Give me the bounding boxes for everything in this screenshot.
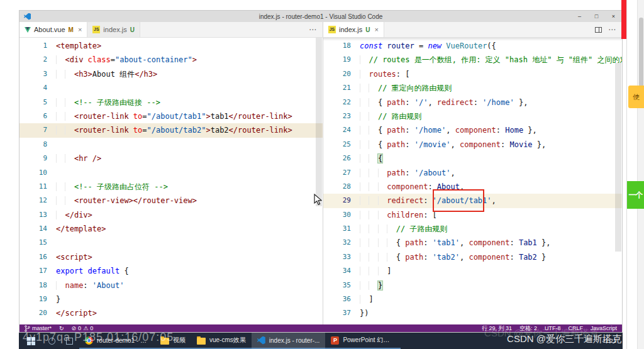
- line-number[interactable]: 27: [323, 166, 351, 180]
- minimize-button[interactable]: –: [571, 11, 588, 22]
- line-number[interactable]: 32: [323, 236, 351, 250]
- code-line[interactable]: 11 <!-- 子级路由占位符 -->: [19, 180, 323, 194]
- line-number[interactable]: 9: [19, 152, 47, 165]
- code-line[interactable]: 16<script>: [19, 250, 323, 264]
- line-number[interactable]: 6: [19, 109, 47, 123]
- encoding-item[interactable]: UTF-8: [545, 325, 561, 331]
- code-line[interactable]: 2 <div class="about-container">: [19, 53, 323, 67]
- line-number[interactable]: 17: [19, 264, 47, 278]
- taskbar-app[interactable]: PowerPoint 幻灯片...: [325, 333, 401, 349]
- scrollbar[interactable]: [316, 38, 322, 206]
- line-number[interactable]: 11: [19, 180, 47, 194]
- line-number[interactable]: 2: [19, 53, 47, 67]
- line-number[interactable]: 19: [323, 53, 351, 67]
- close-button[interactable]: ×: [605, 11, 622, 22]
- line-number[interactable]: 36: [323, 292, 351, 306]
- code-line[interactable]: 1<template>: [19, 39, 323, 53]
- line-number[interactable]: 25: [323, 138, 351, 152]
- more-actions-button[interactable]: ⋯: [608, 25, 616, 34]
- code-line[interactable]: 15: [19, 236, 323, 250]
- code-line[interactable]: 31 // 子路由规则: [323, 222, 622, 236]
- code-line[interactable]: 7 <router-link to="/about/tab2">tab2</ro…: [19, 123, 323, 137]
- tab-about-vue[interactable]: About.vueM×: [19, 22, 87, 37]
- code-line[interactable]: 23 // 路由规则: [323, 109, 622, 123]
- editor-pane-about-vue[interactable]: 1<template>2 <div class="about-container…: [19, 38, 323, 324]
- tab-index-js[interactable]: JSindex.jsU×: [323, 22, 384, 37]
- code-line[interactable]: 9 <hr />: [19, 152, 323, 165]
- code-line[interactable]: 4: [19, 81, 323, 95]
- code-line[interactable]: 19 // routes 是一个数组, 作用: 定义 "hash 地址" 与 "…: [323, 53, 622, 67]
- cursor-position-item[interactable]: 行 29, 列 31: [482, 324, 512, 333]
- code-line[interactable]: 33 { path: 'tab2', component: Tab2 }: [323, 250, 622, 264]
- tab-close-icon[interactable]: ×: [78, 26, 82, 33]
- split-editor-button[interactable]: [595, 27, 602, 33]
- line-number[interactable]: 16: [19, 250, 47, 264]
- taskbar-app[interactable]: vue-cms效果: [191, 333, 252, 349]
- line-number[interactable]: 10: [19, 166, 47, 180]
- code-line[interactable]: 6 <router-link to="/about/tab1">tab1</ro…: [19, 109, 323, 123]
- scrollbar[interactable]: [615, 63, 621, 252]
- line-number[interactable]: 22: [323, 96, 351, 109]
- code-line[interactable]: 20 routes: [: [323, 67, 622, 81]
- line-number[interactable]: 29: [323, 194, 351, 208]
- code-line[interactable]: 14</template>: [19, 222, 323, 236]
- line-number[interactable]: 31: [323, 222, 351, 236]
- maximize-button[interactable]: □: [588, 11, 605, 22]
- code-line[interactable]: 10: [19, 166, 323, 180]
- code-line[interactable]: 18const router = new VueRouter({: [323, 39, 622, 53]
- code-line[interactable]: 27 path: '/about',: [323, 166, 622, 180]
- code-line[interactable]: 18 name: 'About': [19, 279, 323, 292]
- line-number[interactable]: 19: [19, 292, 47, 306]
- line-number[interactable]: 20: [323, 67, 351, 81]
- line-number[interactable]: 8: [19, 138, 47, 152]
- code-line[interactable]: 20</script>: [19, 306, 323, 320]
- code-line[interactable]: 17export default {: [19, 264, 323, 278]
- line-number[interactable]: 33: [323, 250, 351, 264]
- line-number[interactable]: 4: [19, 81, 47, 95]
- code-line[interactable]: 37}): [323, 306, 622, 320]
- code-line[interactable]: 22 { path: '/', redirect: '/home' },: [323, 96, 622, 109]
- code-line[interactable]: 24 { path: '/home', component: Home },: [323, 123, 622, 137]
- code-line[interactable]: 26 {: [323, 152, 622, 165]
- line-number[interactable]: 13: [19, 208, 47, 222]
- line-number[interactable]: 26: [323, 152, 351, 165]
- line-number[interactable]: 14: [19, 222, 47, 236]
- line-number[interactable]: 18: [323, 39, 351, 53]
- indentation-item[interactable]: 空格: 2: [519, 324, 537, 333]
- code-line[interactable]: 32 { path: 'tab1', component: Tab1 },: [323, 236, 622, 250]
- code-line[interactable]: 25 { path: '/movie', component: Movie },: [323, 138, 622, 152]
- editor-split-divider[interactable]: [323, 38, 323, 324]
- line-number[interactable]: 5: [19, 96, 47, 109]
- page-scrollbar[interactable]: [637, 0, 644, 349]
- code-line[interactable]: 34 ]: [323, 264, 622, 278]
- line-number[interactable]: 12: [19, 194, 47, 208]
- code-line[interactable]: 35 }: [323, 279, 622, 292]
- code-line[interactable]: 8: [19, 138, 323, 152]
- line-number[interactable]: 37: [323, 306, 351, 320]
- line-number[interactable]: 24: [323, 123, 351, 137]
- line-number[interactable]: 20: [19, 306, 47, 320]
- line-number[interactable]: 34: [323, 264, 351, 278]
- line-number[interactable]: 28: [323, 180, 351, 194]
- code-line[interactable]: 13 </div>: [19, 208, 323, 222]
- line-number[interactable]: 1: [19, 39, 47, 53]
- editor-pane-index-js[interactable]: 18const router = new VueRouter({19 // ro…: [323, 38, 622, 324]
- code-line[interactable]: 5 <!-- 子级路由链接 -->: [19, 96, 323, 109]
- more-actions-button[interactable]: ⋯: [309, 25, 316, 34]
- tab-close-icon[interactable]: ×: [375, 26, 379, 33]
- line-number[interactable]: 35: [323, 279, 351, 292]
- line-number[interactable]: 30: [323, 208, 351, 222]
- code-line[interactable]: 19}: [19, 292, 323, 306]
- language-item[interactable]: JavaScript: [591, 325, 617, 331]
- code-line[interactable]: 21 // 重定向的路由规则: [323, 81, 622, 95]
- line-number[interactable]: 21: [323, 81, 351, 95]
- line-number[interactable]: 23: [323, 109, 351, 123]
- line-number[interactable]: 7: [19, 123, 47, 137]
- code-line[interactable]: 12 <router-view></router-view>: [19, 194, 323, 208]
- line-number[interactable]: 3: [19, 67, 47, 81]
- tab-index-js[interactable]: JSindex.jsU: [87, 22, 140, 37]
- code-line[interactable]: 36 ]: [323, 292, 622, 306]
- code-line[interactable]: 3 <h3>About 组件</h3>: [19, 67, 323, 81]
- line-number[interactable]: 18: [19, 279, 47, 292]
- line-number[interactable]: 15: [19, 236, 47, 250]
